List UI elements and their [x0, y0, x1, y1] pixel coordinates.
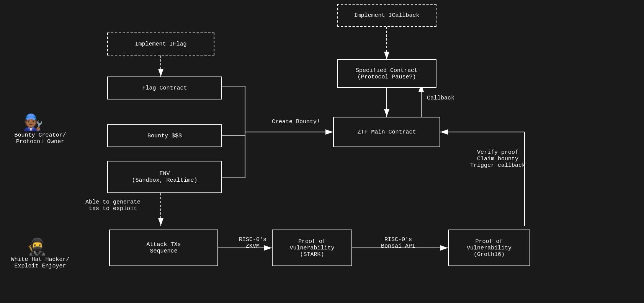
white-hat-emoji: 🥷	[27, 237, 47, 257]
proof-stark-box: Proof of Vulnerability (STARK)	[272, 230, 352, 266]
proof-groth16-box: Proof of Vulnerability (Groth16)	[448, 230, 530, 266]
white-hat-label: White Hat Hacker/ Exploit Enjoyer	[4, 256, 77, 269]
able-to-generate-label: Able to generate txs to exploit	[71, 199, 155, 212]
specified-contract-box: Specified Contract (Protocol Pause?)	[337, 59, 436, 88]
risc0-zkvm-label: RISC-0's ZKVM	[234, 236, 272, 249]
implement-icallback-box: Implement ICallback	[337, 4, 436, 27]
bounty-creator-label: Bounty Creator/ Protocol Owner	[10, 132, 71, 145]
callback-label: Callback	[427, 95, 454, 101]
ztf-main-box: ZTF Main Contract	[333, 117, 440, 147]
create-bounty-label: Create Bounty!	[272, 119, 320, 125]
diagram: Implement IFlag Flag Contract Bounty $$$…	[0, 0, 644, 303]
verify-proof-label: Verify proof Claim bounty Trigger callba…	[459, 149, 536, 169]
implement-iflag-box: Implement IFlag	[107, 33, 214, 55]
flag-contract-box: Flag Contract	[107, 77, 222, 99]
bounty-creator-emoji: 🧑🏾‍🔧	[23, 113, 43, 133]
env-box: ENV (Sandbox, Realtime)	[107, 161, 222, 193]
attack-txs-box: Attack TXs Sequence	[109, 230, 218, 266]
risc0-bonsai-label: RISC-0's Bonsai API	[371, 236, 425, 249]
bounty-box: Bounty $$$	[107, 124, 222, 147]
